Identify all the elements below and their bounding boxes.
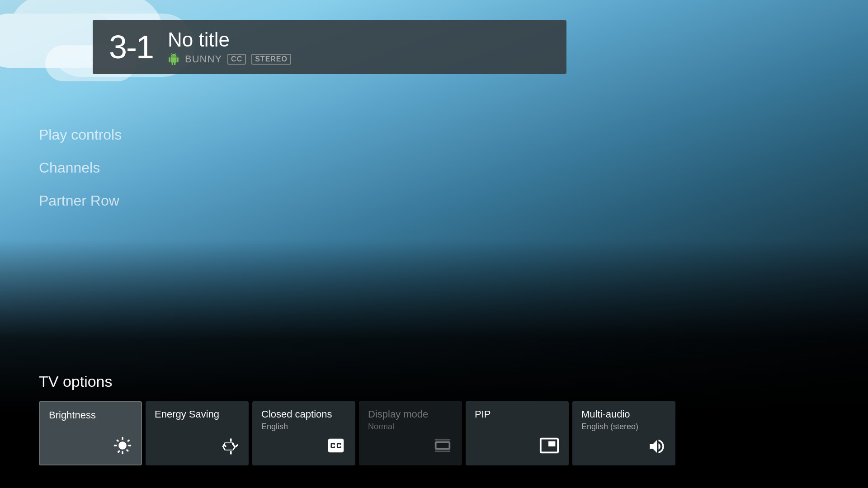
closed-captions-value: English: [261, 422, 346, 432]
option-card-energy-saving[interactable]: Energy Saving: [146, 401, 249, 465]
channel-number: 3-1: [109, 28, 153, 66]
display-mode-icon: [432, 435, 453, 458]
android-icon: [168, 53, 179, 65]
channel-title: No title: [168, 29, 291, 51]
channel-bar: 3-1 No title BUNNY CC STEREO: [93, 20, 566, 74]
energy-saving-icon: [221, 437, 240, 458]
stereo-badge: STEREO: [251, 54, 291, 65]
sidebar-item-channels[interactable]: Channels: [39, 160, 122, 176]
option-card-pip[interactable]: PIP: [466, 401, 569, 465]
multi-audio-icon: [647, 437, 666, 458]
display-mode-value: Normal: [368, 422, 453, 432]
option-card-closed-captions[interactable]: Closed captions English: [252, 401, 355, 465]
sidebar-item-partner-row[interactable]: Partner Row: [39, 192, 122, 209]
channel-source-name: BUNNY: [185, 53, 222, 65]
pip-icon: [539, 435, 560, 458]
multi-audio-label: Multi-audio: [581, 408, 666, 420]
channel-meta: BUNNY CC STEREO: [168, 53, 291, 65]
option-card-display-mode[interactable]: Display mode Normal: [359, 401, 462, 465]
tv-options-section: TV options Brightness Energy Saving Clos…: [39, 373, 868, 465]
option-card-multi-audio[interactable]: Multi-audio English (stereo): [572, 401, 675, 465]
closed-captions-icon: [326, 435, 346, 458]
display-mode-label: Display mode: [368, 408, 453, 420]
energy-saving-label: Energy Saving: [155, 408, 240, 420]
tv-options-title: TV options: [39, 373, 868, 390]
options-grid: Brightness Energy Saving Closed captions…: [39, 401, 868, 465]
closed-captions-label: Closed captions: [261, 408, 346, 420]
cc-badge: CC: [227, 54, 246, 65]
brightness-icon: [113, 436, 132, 457]
channel-info: No title BUNNY CC STEREO: [168, 29, 291, 65]
option-card-brightness[interactable]: Brightness: [39, 401, 142, 465]
multi-audio-value: English (stereo): [581, 422, 666, 432]
sidebar-item-play-controls[interactable]: Play controls: [39, 127, 122, 143]
sidebar-nav: Play controls Channels Partner Row: [39, 127, 122, 209]
pip-label: PIP: [475, 408, 560, 420]
brightness-label: Brightness: [49, 409, 132, 421]
